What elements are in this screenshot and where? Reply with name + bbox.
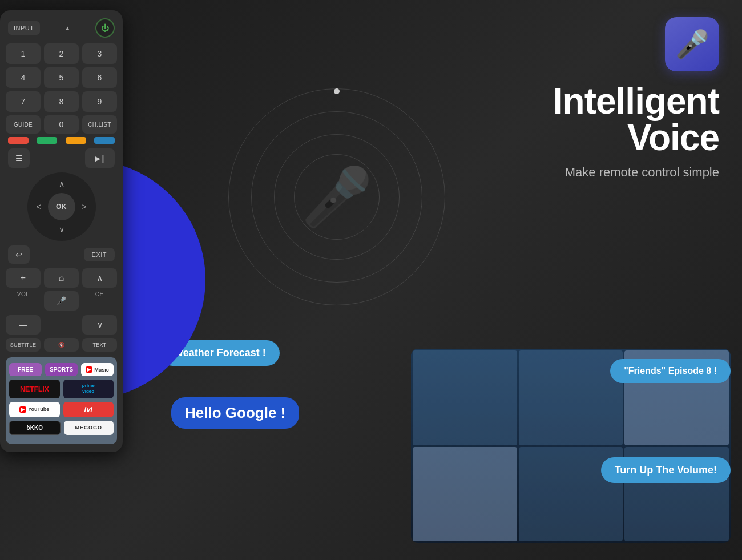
num-5-button[interactable]: 5: [44, 67, 79, 88]
vol-down-button[interactable]: —: [6, 315, 41, 335]
dpad-down-button[interactable]: ∨: [54, 221, 70, 237]
remote-control: INPUT ▲ ⏻ 1 2 3 4 5 6 7 8 9 GUIDE 0 CH.L…: [0, 10, 123, 452]
megogo-app-button[interactable]: MEGOGO: [64, 421, 114, 435]
exit-button[interactable]: EXIT: [84, 248, 115, 261]
right-panel: 🎤 Intelligent Voice Make remote control …: [131, 0, 742, 560]
power-button[interactable]: ⏻: [95, 18, 115, 38]
number-grid: 1 2 3 4 5 6 7 8 9: [6, 43, 117, 112]
play-icon: ▶: [95, 154, 100, 163]
sports-app-button[interactable]: SPORTS: [45, 363, 78, 376]
dpad-container: ∧ < OK > ∨: [27, 172, 96, 241]
apps-row-2: NETFLIX primevideo: [9, 380, 114, 398]
ivi-app-button[interactable]: ivi: [63, 402, 114, 417]
remote-top-row: INPUT ▲ ⏻: [6, 18, 117, 38]
triangle-icon: ▲: [64, 25, 71, 31]
back-exit-row: ↩ EXIT: [6, 245, 117, 264]
ch-label: CH: [82, 291, 117, 311]
color-buttons-row: [6, 137, 117, 144]
yt-icon: ▶: [19, 406, 26, 413]
num-9-button[interactable]: 9: [82, 91, 117, 112]
vol-up-button[interactable]: +: [6, 268, 41, 288]
youtube-music-app-button[interactable]: ▶ Music: [81, 363, 114, 376]
apps-row-3: ▶ YouTube ivi: [9, 402, 114, 417]
ch-down-button[interactable]: ∨: [82, 315, 117, 335]
red-color-button[interactable]: [8, 137, 29, 144]
yellow-color-button[interactable]: [66, 137, 86, 144]
guide-button[interactable]: GUIDE: [6, 115, 41, 134]
num-4-button[interactable]: 4: [6, 67, 41, 88]
netflix-app-button[interactable]: NETFLIX: [9, 380, 60, 398]
vol-label: VOL: [6, 291, 41, 311]
prime-video-label: primevideo: [82, 383, 95, 395]
youtube-label: YouTube: [28, 406, 49, 412]
media-row: ☰ ▶ ‖: [6, 148, 117, 168]
apps-row-4: öKKO MEGOGO: [9, 421, 114, 435]
blue-color-button[interactable]: [94, 137, 115, 144]
dpad-right-button[interactable]: >: [76, 199, 92, 215]
dpad-left-button[interactable]: <: [31, 199, 47, 215]
ok-button[interactable]: OK: [48, 193, 75, 220]
free-app-button[interactable]: FREE: [9, 363, 42, 376]
subtitle-button[interactable]: SUBTITLE: [6, 338, 41, 352]
yt-music-label: Music: [94, 367, 109, 373]
pause-icon: ‖: [102, 154, 106, 163]
num-8-button[interactable]: 8: [44, 91, 79, 112]
youtube-app-button[interactable]: ▶ YouTube: [9, 402, 60, 417]
title-area: Intelligent Voice: [553, 83, 719, 156]
title-voice: Voice: [553, 119, 719, 156]
green-color-button[interactable]: [37, 137, 57, 144]
okko-app-button[interactable]: öKKO: [9, 421, 61, 435]
power-icon: ⏻: [101, 23, 109, 33]
mic-button[interactable]: 🎤: [44, 291, 79, 311]
text-button[interactable]: TEXT: [82, 338, 117, 352]
num-2-button[interactable]: 2: [44, 43, 79, 64]
menu-button[interactable]: ☰: [8, 148, 30, 168]
input-button[interactable]: INPUT: [8, 21, 40, 35]
num-3-button[interactable]: 3: [82, 43, 117, 64]
prime-video-app-button[interactable]: primevideo: [63, 380, 114, 398]
num-6-button[interactable]: 6: [82, 67, 117, 88]
dpad-up-button[interactable]: ∧: [54, 176, 70, 192]
num-1-button[interactable]: 1: [6, 43, 41, 64]
home-button[interactable]: ⌂: [44, 268, 79, 288]
ch-up-button[interactable]: ∧: [82, 268, 117, 288]
vol-ch-down-row: — ∨: [6, 315, 117, 335]
apps-row-1: FREE SPORTS ▶ Music: [9, 363, 114, 376]
apps-section: FREE SPORTS ▶ Music NETFLIX primevideo ▶…: [6, 357, 117, 444]
menu-icon: ☰: [15, 154, 23, 163]
title-intelligent: Intelligent: [553, 83, 719, 119]
back-button[interactable]: ↩: [8, 245, 30, 264]
vol-label-row: VOL 🎤 CH: [6, 291, 117, 311]
mute-button[interactable]: 🔇: [44, 338, 79, 352]
subtitle-text: Make remote control simple: [565, 165, 719, 180]
ch-list-button[interactable]: CH.LIST: [82, 115, 117, 134]
yt-music-logo-icon: ▶: [86, 366, 92, 373]
play-pause-button[interactable]: ▶ ‖: [85, 148, 115, 168]
vol-ch-up-row: + ⌂ ∧: [6, 268, 117, 288]
mic-box-icon: 🎤: [675, 29, 709, 61]
num-7-button[interactable]: 7: [6, 91, 41, 112]
subtitle-row: SUBTITLE 🔇 TEXT: [6, 338, 117, 352]
num-0-button[interactable]: 0: [44, 115, 79, 134]
guide-row: GUIDE 0 CH.LIST: [6, 115, 117, 134]
dpad-wheel: ∧ < OK > ∨: [27, 172, 96, 241]
mic-icon-box: 🎤: [665, 17, 719, 71]
